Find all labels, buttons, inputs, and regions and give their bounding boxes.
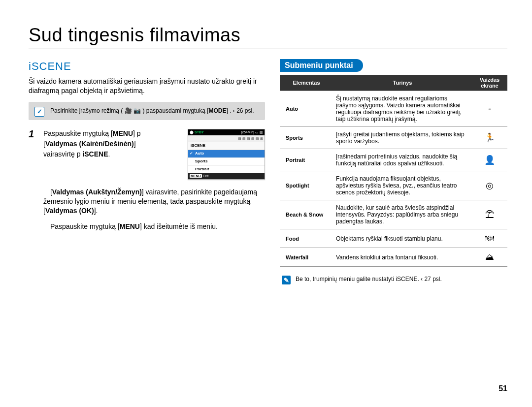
s1-pre: Paspauskite mygtuką [ <box>43 129 113 137</box>
s1-l2-post: ] <box>134 140 136 148</box>
row-icon: 🏃 <box>472 127 507 149</box>
check-icon: ✓ <box>34 107 44 117</box>
table-row: WaterfallVandens kriokliui arba fontanui… <box>280 248 507 267</box>
s1-post: ] p <box>133 129 141 137</box>
s3-pre: Paspauskite mygtuką [ <box>50 222 120 230</box>
step-number: 1 <box>29 129 39 183</box>
record-dot-icon: ⬤ <box>190 130 194 134</box>
device-menu-title: iSCENE <box>188 142 265 150</box>
section-heading: iSCENE <box>29 59 265 74</box>
table-row: SportsĮrašyti greitai judantiems objekta… <box>280 127 507 149</box>
device-exit-row: MENUExit <box>188 173 265 179</box>
thumb-icon: ▤ <box>251 136 255 141</box>
left-column: iSCENE Ši vaizdo kamera automatiškai ger… <box>29 59 265 284</box>
hdr-element: Elementas <box>280 75 333 91</box>
table-row: SpotlightFunkcija naudojama fiksuojant o… <box>280 171 507 200</box>
device-item-sports: Sports <box>188 158 265 166</box>
row-element: Auto <box>280 91 333 127</box>
s1-l3-pre: vairasvirtę p <box>43 150 82 158</box>
s1-l3-end: . <box>108 150 110 158</box>
step-1: 1 ⬤ STBY [254Min] ▭ ▥ ▤ <box>29 129 265 183</box>
row-element: Spotlight <box>280 171 333 200</box>
row-description: Naudokite, kur saulė arba šviesūs atspin… <box>333 200 472 229</box>
s3-menu: MENU <box>120 222 140 230</box>
shortcut-note: ✎ Be to, trumpinių meniu galite nustatyt… <box>280 276 507 284</box>
s2-ok: Valdymas (OK) <box>45 207 94 215</box>
note-text: Be to, trumpinių meniu galite nustatyti … <box>296 276 442 282</box>
row-icon: ⛱ <box>472 200 507 229</box>
photo-icon: 📷 <box>133 107 141 114</box>
row-icon: ◎ <box>472 171 507 200</box>
s1-iscene: iSCENE <box>82 150 108 158</box>
thumb-icon: ▤ <box>242 136 246 141</box>
table-row: Beach & SnowNaudokite, kur saulė arba šv… <box>280 200 507 229</box>
hdr-content: Turinys <box>333 75 472 91</box>
note-icon: ✎ <box>282 276 291 284</box>
thumb-icon: ⊞ <box>260 136 263 141</box>
table-row: PortraitĮrašinėdami portretinius vaizdus… <box>280 149 507 171</box>
page-ref: . ‹ 26 psl. <box>230 107 254 114</box>
page-title: Sud tingesnis filmavimas <box>29 25 507 49</box>
hdr-icon-l2: ekrane <box>481 83 498 89</box>
row-description: Įrašyti greitai judantiems objektams, to… <box>333 127 472 149</box>
intro-text: Ši vaizdo kamera automatiškai geriausiam… <box>29 77 265 95</box>
time-label: [254Min] <box>241 130 254 134</box>
right-column: Submeniu punktai Elementas Turinys Vaizd… <box>280 59 507 284</box>
row-element: Sports <box>280 127 333 149</box>
table-row: AutoŠį nustatymą naudokite esant regulia… <box>280 91 507 127</box>
device-item-portrait: Portrait <box>188 166 265 174</box>
s3-post: ] kad išeitumėte iš meniu. <box>140 222 218 230</box>
battery-icon: ▥ <box>260 130 263 134</box>
step-2: [Valdymas (Aukštyn/Žemyn)] vairasvirte, … <box>43 188 265 216</box>
row-icon: 🍽 <box>472 229 507 248</box>
stby-label: STBY <box>195 130 204 134</box>
callout-pre: Pasirinkite įrašymo režimą ( <box>50 107 123 114</box>
step-3: Paspauskite mygtuką [MENU] kad išeitumėt… <box>43 222 265 231</box>
mode-tag: MODE <box>208 107 226 114</box>
thumb-icon: ▤ <box>247 136 250 141</box>
device-item-auto: Auto <box>188 150 265 158</box>
thumb-icon: ▤ <box>238 136 241 141</box>
row-element: Portrait <box>280 149 333 171</box>
row-element: Waterfall <box>280 248 333 267</box>
submenu-heading: Submeniu punktai <box>280 59 363 72</box>
row-element: Food <box>280 229 333 248</box>
device-preview: ⬤ STBY [254Min] ▭ ▥ ▤ ▤ ▤ ▤ ▤ <box>188 129 265 180</box>
row-element: Beach & Snow <box>280 200 333 229</box>
page-number: 51 <box>499 384 507 393</box>
row-icon: - <box>472 91 507 127</box>
row-description: Šį nustatymą naudokite esant reguliariom… <box>333 91 472 127</box>
s1-control-lr: Valdymas (Kairėn/Dešinėn) <box>45 140 134 148</box>
video-icon: 🎥 <box>125 107 132 114</box>
hdr-icon-l1: Vaizdas <box>480 77 499 83</box>
submenu-table: Elementas Turinys Vaizdas ekrane AutoŠį … <box>280 75 507 267</box>
table-row: FoodObjektams ryškiai fiksuoti stambiu p… <box>280 229 507 248</box>
callout-post: ) paspausdami mygtuką <box>142 107 207 114</box>
row-description: Įrašinėdami portretinius vaizdus, naudok… <box>333 149 472 171</box>
row-icon: 👤 <box>472 149 507 171</box>
s1-menu: MENU <box>113 129 133 137</box>
row-description: Objektams ryškiai fiksuoti stambiu planu… <box>333 229 472 248</box>
row-description: Vandens kriokliui arba fontanui fiksuoti… <box>333 248 472 267</box>
card-icon: ▭ <box>255 130 259 134</box>
callout-box: ✓ Pasirinkite įrašymo režimą ( 🎥 📷 ) pas… <box>29 102 265 120</box>
row-description: Funkcija naudojama fiksuojant objektus, … <box>333 171 472 200</box>
s2-control-ud: Valdymas (Aukštyn/Žemyn) <box>52 188 142 196</box>
menu-tag: MENU <box>190 174 202 178</box>
s2-end: ]. <box>94 207 98 215</box>
exit-label: Exit <box>203 174 209 178</box>
thumb-icon: ▤ <box>256 136 259 141</box>
row-icon: ⛰ <box>472 248 507 267</box>
hdr-icon: Vaizdas ekrane <box>472 75 507 91</box>
